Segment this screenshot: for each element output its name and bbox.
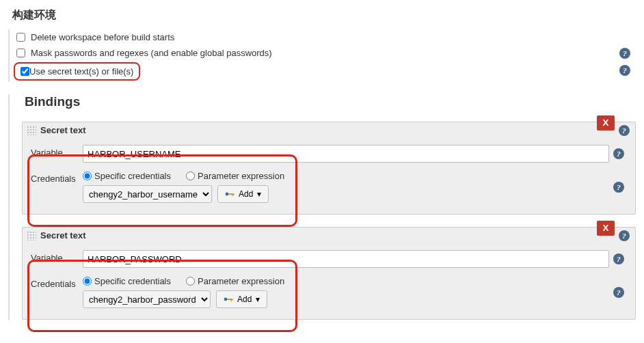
variable-label: Variable bbox=[28, 145, 83, 158]
svg-point-4 bbox=[224, 298, 228, 301]
key-icon bbox=[225, 191, 234, 197]
specific-credentials-label: Specific credentials bbox=[94, 171, 171, 181]
parameter-expression-radio[interactable] bbox=[186, 277, 195, 286]
binding-type-label: Secret text bbox=[40, 125, 85, 135]
add-button-label: Add bbox=[239, 189, 253, 199]
help-icon[interactable]: ? bbox=[619, 125, 630, 136]
specific-credentials-radio[interactable] bbox=[83, 172, 92, 180]
key-icon bbox=[224, 296, 233, 303]
delete-workspace-label: Delete workspace before build starts bbox=[31, 32, 174, 42]
svg-rect-3 bbox=[233, 193, 234, 195]
help-icon[interactable]: ? bbox=[613, 287, 624, 298]
help-icon[interactable]: ? bbox=[613, 148, 624, 159]
env-row-delete-workspace: Delete workspace before build starts bbox=[12, 29, 636, 45]
mask-passwords-label: Mask passwords and regexes (and enable g… bbox=[31, 48, 272, 58]
credentials-select[interactable]: chengy2_harbor_username bbox=[83, 185, 212, 203]
parameter-expression-label: Parameter expression bbox=[198, 276, 284, 286]
chevron-down-icon: ▾ bbox=[257, 189, 261, 199]
drag-handle-icon[interactable] bbox=[27, 126, 36, 135]
binding-block: X Secret text ? Variable ? Credentials S… bbox=[22, 227, 636, 320]
variable-label: Variable bbox=[28, 250, 83, 263]
credentials-label: Credentials bbox=[28, 276, 83, 289]
bindings-section: Bindings X Secret text ? Variable ? Cred… bbox=[8, 94, 636, 320]
variable-input[interactable] bbox=[83, 145, 609, 163]
help-icon[interactable]: ? bbox=[613, 182, 624, 193]
delete-workspace-checkbox[interactable] bbox=[16, 33, 25, 42]
binding-block: X Secret text ? Variable ? Credentials S… bbox=[22, 122, 636, 215]
variable-input[interactable] bbox=[83, 250, 609, 268]
help-icon[interactable]: ? bbox=[619, 230, 630, 241]
add-credentials-button[interactable]: Add ▾ bbox=[216, 290, 267, 308]
use-secret-checkbox[interactable] bbox=[21, 67, 29, 76]
credentials-select[interactable]: chengy2_harbor_password bbox=[83, 290, 211, 308]
mask-passwords-checkbox[interactable] bbox=[16, 49, 25, 57]
env-row-mask-passwords: Mask passwords and regexes (and enable g… bbox=[12, 45, 636, 61]
svg-point-0 bbox=[226, 193, 229, 196]
svg-rect-7 bbox=[232, 299, 233, 301]
use-secret-highlight: Use secret text(s) or file(s) bbox=[14, 62, 140, 81]
bindings-title: Bindings bbox=[25, 94, 636, 109]
help-icon[interactable]: ? bbox=[613, 253, 624, 264]
page-title: 构建环境 bbox=[12, 8, 636, 23]
binding-type-label: Secret text bbox=[40, 230, 85, 241]
drag-handle-icon[interactable] bbox=[27, 231, 36, 241]
chevron-down-icon: ▾ bbox=[256, 294, 260, 304]
parameter-expression-radio[interactable] bbox=[186, 172, 195, 180]
use-secret-label: Use secret text(s) or file(s) bbox=[29, 66, 133, 77]
credentials-label: Credentials bbox=[28, 171, 83, 184]
svg-rect-6 bbox=[230, 299, 232, 301]
add-credentials-button[interactable]: Add ▾ bbox=[217, 185, 269, 203]
build-environment-list: Delete workspace before build starts Mas… bbox=[8, 29, 636, 82]
svg-rect-2 bbox=[232, 193, 233, 196]
help-icon[interactable]: ? bbox=[619, 48, 630, 59]
specific-credentials-radio[interactable] bbox=[83, 277, 92, 286]
parameter-expression-label: Parameter expression bbox=[198, 171, 284, 181]
add-button-label: Add bbox=[237, 294, 252, 304]
specific-credentials-label: Specific credentials bbox=[94, 276, 171, 286]
help-icon[interactable]: ? bbox=[619, 65, 630, 76]
